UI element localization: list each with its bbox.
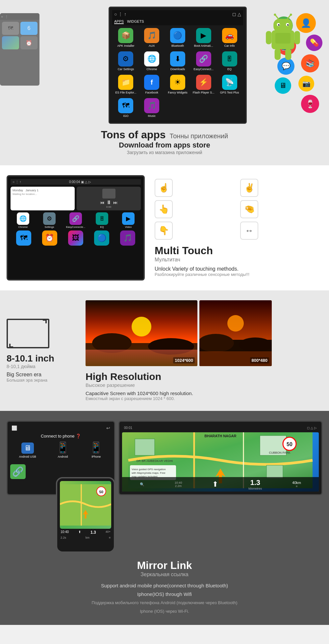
- map-arrow: ⬆: [212, 480, 218, 489]
- usb-icon: 🖥: [21, 443, 34, 454]
- mirror-title-ru: Зеркальная ссылка: [7, 572, 322, 577]
- app-item[interactable]: 🗺 iGO: [114, 97, 138, 119]
- svg-rect-10: [266, 31, 271, 44]
- screen-frame-icon: [7, 319, 49, 348]
- touch-app-video: ▶ Video: [116, 212, 141, 228]
- tab-apps[interactable]: APPS: [114, 19, 124, 24]
- svg-line-6: [275, 15, 278, 19]
- map-search-icon: 🔍: [140, 482, 144, 487]
- mirror-screens: ⬜ ↩ Connect to phone ❓ 🖥 Android USB 📱 A…: [7, 421, 322, 495]
- usb-label: Android USB: [19, 455, 36, 458]
- res-title-ru: Высокое разрешение: [86, 382, 322, 388]
- touch-widgets: Monday January 1 Waiting for location...…: [11, 187, 141, 210]
- svg-point-5: [287, 24, 289, 26]
- phone-android-label: Android: [58, 455, 68, 458]
- app-label: iGO: [123, 114, 128, 118]
- app-item[interactable]: 🔗 EasyConnect...: [191, 50, 216, 72]
- res-image-480: 800*480: [199, 300, 272, 366]
- touch-desc-ru: Разблокируйте различные сенсорные методы…: [155, 272, 322, 277]
- iphone-icon: 📱: [89, 441, 103, 454]
- phone-android: 📱 Android: [56, 441, 69, 458]
- icon-gallery: 🖼: [68, 230, 83, 246]
- svg-text:CUBBON PARK: CUBBON PARK: [269, 451, 291, 454]
- svg-text:BHARATH NAGAR: BHARATH NAGAR: [205, 434, 237, 438]
- phone-iphone-label: iPhone: [91, 455, 101, 458]
- app-item[interactable]: 🚗 Car Info: [217, 27, 242, 49]
- app-icon-igo: 🗺: [118, 98, 133, 113]
- app-icon-flashplayer: ⚡: [196, 75, 211, 90]
- svg-rect-1: [273, 19, 292, 32]
- app-item[interactable]: 🎚 EQ: [217, 50, 242, 72]
- svg-point-16: [132, 317, 151, 336]
- apps-subtitle-ru: Загрузить из магазина приложений: [127, 150, 202, 155]
- widget-music: ⏮ ⏸ ⏭ 0:00: [77, 187, 141, 210]
- svg-rect-13: [285, 48, 291, 60]
- res2-label: 800*480: [250, 357, 269, 363]
- section-touch: ○ ⋮ ↑ 0:00:04 ▣ △ ▷ Monday January 1 Wai…: [0, 165, 329, 290]
- touch-desc-en: Unlock Variety of touching methods.: [155, 266, 322, 272]
- mirror-map: 50 BHARATH NAGAR DR BR AMBEDKAR VEDHI CU…: [122, 432, 319, 492]
- apps-text: Tons of apps Тонны приложений Download f…: [0, 129, 329, 155]
- touch-title-en: Multi Touch: [155, 245, 322, 257]
- svg-rect-12: [275, 48, 281, 60]
- tab-widgets[interactable]: WIDGETS: [127, 19, 144, 24]
- app-item[interactable]: ☀ Fancy Widgets: [165, 73, 190, 95]
- app-icon-music: 🎵: [144, 98, 159, 113]
- app-icon-easyconnect: 🔗: [196, 51, 211, 67]
- widget-calendar: Monday January 1 Waiting for location...: [11, 187, 75, 210]
- app-item[interactable]: 📦 APK Installer: [114, 27, 138, 49]
- map-time-label: 10:40: [175, 481, 182, 484]
- icon-maps: 🗺: [16, 230, 31, 246]
- android-robot: [263, 13, 303, 63]
- app-label: EasyConnect...: [193, 67, 214, 71]
- section-mirror: ⬜ ↩ Connect to phone ❓ 🖥 Android USB 📱 A…: [0, 411, 329, 625]
- app-icon-bluetooth: 🔵: [170, 28, 185, 43]
- touch-app-settings: ⚙ Settings: [37, 212, 62, 228]
- app-item[interactable]: ⚙ Car Settings: [114, 50, 138, 72]
- svg-text:DR BR AMBEDKAR VEDHI: DR BR AMBEDKAR VEDHI: [137, 459, 173, 463]
- resolution-desc-ru: Большая эра экрана: [7, 378, 72, 383]
- app-icon-esfile: 📁: [118, 75, 133, 90]
- app-icon-boot: ▶: [196, 28, 211, 43]
- app-item[interactable]: 🎵 AUX: [139, 27, 164, 49]
- icon-eq: 🎚: [96, 212, 108, 225]
- icon-bluetooth2: 🔵: [94, 230, 109, 246]
- app-item[interactable]: 🔵 Bluetooth: [165, 27, 190, 49]
- app-item[interactable]: ⬇ Downloads: [165, 50, 190, 72]
- app-item[interactable]: 🎵 Music: [139, 97, 164, 119]
- touch-app-eq: 🎚 EQ: [89, 212, 114, 228]
- app-item[interactable]: ⚡ Flash Player S...: [191, 73, 216, 95]
- app-label: Chrome: [146, 67, 157, 71]
- app-item[interactable]: f Facebook: [139, 73, 164, 95]
- icon-clock: ⏰: [42, 230, 57, 246]
- mirror-map-overlay: 🔍 10:40 2.2m ⬆ 1.3 kilometres 40km ≡: [122, 477, 319, 492]
- app-label: GPS Test Plus: [220, 91, 239, 94]
- app-label: Bluetooth: [171, 44, 184, 47]
- app-label: Flash Player S...: [193, 91, 215, 94]
- app-icon-aux: 🎵: [144, 28, 159, 43]
- resolution-desc-en: Big Screen era: [7, 372, 72, 378]
- gesture-two-finger: ✌: [240, 179, 258, 197]
- touch-label-settings: Settings: [45, 226, 54, 228]
- app-item[interactable]: 🌐 Chrome: [139, 50, 164, 72]
- resolution-right: 1024*600: [86, 300, 322, 401]
- touch-app-chrome: 🌐 Chrome: [11, 212, 36, 228]
- apps-screen: ○ ⋮ ↑ ◻ △ APPS WIDGETS 📦 APK Installer 🎵…: [109, 7, 247, 124]
- svg-rect-11: [294, 31, 300, 44]
- mirror-bar-icon: ⬜: [12, 425, 17, 431]
- app-item[interactable]: ▶ Boot Animati...: [191, 27, 216, 49]
- phone-iphone: 📱 iPhone: [89, 441, 103, 458]
- app-item[interactable]: 📁 ES File Explor...: [114, 73, 138, 95]
- res-desc-en: Capacitive Screen with 1024*600 high res…: [86, 390, 322, 396]
- icon-chrome: 🌐: [17, 212, 29, 225]
- svg-rect-28: [135, 439, 155, 455]
- icon-easyconnect: 🔗: [69, 212, 82, 225]
- mirror-connect-title: Connect to phone ❓: [10, 434, 112, 439]
- touch-bar-center: 0:00:04 ▣ △ ▷: [69, 180, 91, 184]
- app-item[interactable]: 📡 GPS Test Plus: [217, 73, 242, 95]
- app-label: AUX: [149, 44, 155, 47]
- map-time: 10:40 2.2m: [175, 481, 182, 488]
- touch-gestures: ☝ ✌ 👆 🤏 👇 ↔: [155, 179, 322, 240]
- icon-settings: ⚙: [43, 212, 56, 225]
- touch-app-grid: 🌐 Chrome ⚙ Settings 🔗 EasyConnecte... 🎚 …: [11, 212, 141, 228]
